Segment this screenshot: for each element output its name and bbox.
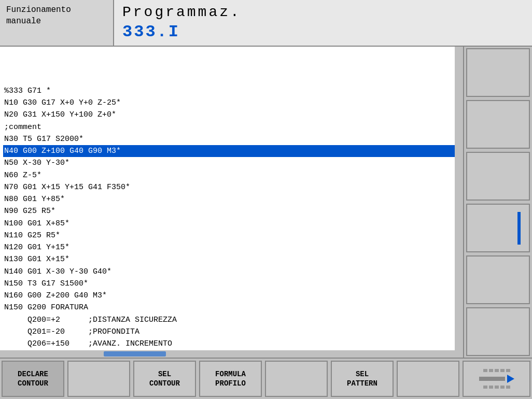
code-line-1[interactable]: N10 G30 G17 X+0 Y+0 Z-25* bbox=[3, 97, 460, 109]
code-line-12[interactable]: N110 G25 R5* bbox=[3, 230, 460, 241]
code-line-5[interactable]: N40 G00 Z+100 G40 G90 M3* bbox=[3, 145, 460, 157]
code-line-18[interactable]: N150 G200 FORATURA bbox=[3, 302, 460, 314]
header: Funzionamento manuale Programmaz. 333.I bbox=[0, 0, 532, 47]
code-line-13[interactable]: N120 G01 Y+15* bbox=[3, 241, 460, 253]
declare-contour-button[interactable]: DECLARECONTOUR bbox=[2, 361, 64, 397]
code-line-14[interactable]: N130 G01 X+15* bbox=[3, 253, 460, 265]
app-title: Programmaz. bbox=[122, 4, 524, 20]
sidebar-btn-3[interactable] bbox=[466, 152, 530, 201]
sidebar-btn-2[interactable] bbox=[466, 100, 530, 149]
header-left: Funzionamento manuale bbox=[0, 0, 114, 46]
code-editor[interactable]: %333 G71 *N10 G30 G17 X+0 Y+0 Z-25*N20 G… bbox=[0, 47, 464, 358]
sel-contour-button[interactable]: SELCONTOUR bbox=[133, 361, 196, 397]
mode-label: Funzionamento manuale bbox=[6, 4, 71, 27]
arrow-graphic bbox=[479, 369, 514, 389]
sidebar-btn-5[interactable] bbox=[466, 255, 530, 304]
vertical-scrollbar[interactable] bbox=[455, 47, 463, 358]
code-line-20[interactable]: Q201=-20 ;PROFONDITA bbox=[3, 326, 460, 338]
arrow-button[interactable] bbox=[463, 361, 530, 397]
code-line-7[interactable]: N60 Z-5* bbox=[3, 169, 460, 181]
code-line-9[interactable]: N80 G01 Y+85* bbox=[3, 193, 460, 205]
sidebar-btn-1[interactable] bbox=[466, 48, 530, 97]
sidebar-btn-4[interactable] bbox=[466, 204, 530, 252]
horizontal-scrollbar[interactable] bbox=[0, 350, 456, 358]
code-line-15[interactable]: N140 G01 X-30 Y-30 G40* bbox=[3, 266, 460, 278]
code-line-2[interactable]: N20 G31 X+150 Y+100 Z+0* bbox=[3, 109, 460, 121]
program-number: 333.I bbox=[122, 22, 524, 41]
sidebar-btn-6[interactable] bbox=[466, 307, 530, 356]
code-line-0[interactable]: %333 G71 * bbox=[3, 85, 460, 97]
formula-profilo-button[interactable]: FORMULAPROFILO bbox=[199, 361, 262, 397]
header-right: Programmaz. 333.I bbox=[114, 0, 532, 46]
code-line-6[interactable]: N50 X-30 Y-30* bbox=[3, 157, 460, 169]
code-line-16[interactable]: N150 T3 G17 S1500* bbox=[3, 278, 460, 290]
code-line-8[interactable]: N70 G01 X+15 Y+15 G41 F350* bbox=[3, 181, 460, 193]
code-line-4[interactable]: N30 T5 G17 S2000* bbox=[3, 133, 460, 145]
empty-btn-3 bbox=[397, 361, 459, 397]
empty-btn-1 bbox=[67, 361, 130, 397]
code-line-19[interactable]: Q200=+2 ;DISTANZA SICUREZZA bbox=[3, 314, 460, 326]
hscroll-thumb[interactable] bbox=[104, 351, 166, 357]
code-line-3[interactable]: ;comment bbox=[3, 121, 460, 133]
code-line-17[interactable]: N160 G00 Z+200 G40 M3* bbox=[3, 290, 460, 302]
code-line-10[interactable]: N90 G25 R5* bbox=[3, 205, 460, 217]
sel-pattern-button[interactable]: SELPATTERN bbox=[331, 361, 394, 397]
main-content: %333 G71 *N10 G30 G17 X+0 Y+0 Z-25*N20 G… bbox=[0, 47, 532, 358]
code-line-11[interactable]: N100 G01 X+85* bbox=[3, 218, 460, 230]
code-line-21[interactable]: Q206=+150 ;AVANZ. INCREMENTO bbox=[3, 338, 460, 350]
code-content: %333 G71 *N10 G30 G17 X+0 Y+0 Z-25*N20 G… bbox=[0, 47, 463, 358]
right-sidebar bbox=[464, 47, 532, 358]
empty-btn-2 bbox=[265, 361, 328, 397]
footer-toolbar: DECLARECONTOUR SELCONTOUR FORMULAPROFILO… bbox=[0, 358, 532, 399]
